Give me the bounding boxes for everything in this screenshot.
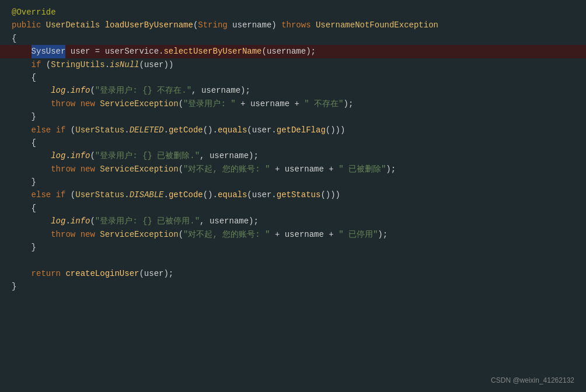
brace-close4: } xyxy=(12,280,16,293)
string1: "登录用户: {} 不存在." xyxy=(95,84,191,97)
class-userstatus2: UserStatus xyxy=(75,188,124,201)
brace-close1: } xyxy=(32,110,36,123)
dot8: . xyxy=(124,188,129,201)
keyword-else1: else xyxy=(32,124,56,136)
dot10: . xyxy=(271,188,276,201)
keyword-return: return xyxy=(32,267,66,280)
empty xyxy=(12,254,16,267)
brace-open4: { xyxy=(32,202,36,215)
paren14: ( xyxy=(179,163,183,176)
code-line-12: log.info("登录用户: {} 已被删除.", username); xyxy=(0,149,586,162)
arg-username: username xyxy=(267,45,306,58)
code-line-9: } xyxy=(0,110,586,123)
code-line-2: public UserDetails loadUserByUsername(St… xyxy=(0,19,586,32)
param-username: username xyxy=(232,19,271,32)
indent2 xyxy=(12,97,51,110)
indent xyxy=(12,110,32,123)
method-isnull: isNull xyxy=(110,58,139,71)
paren12: ())) xyxy=(326,124,346,136)
concat1: + username + xyxy=(236,97,305,110)
method-info1: info xyxy=(71,84,90,97)
paren18: ( xyxy=(247,188,252,201)
keyword-if2: if xyxy=(56,124,71,136)
indent xyxy=(12,45,32,58)
method-getcode2: getCode xyxy=(169,188,203,201)
method-loaduserbyusername: loadUserByUsername xyxy=(105,19,193,32)
indent2 xyxy=(12,228,51,241)
paren22: ); xyxy=(378,228,388,241)
code-line-7: log.info("登录用户: {} 不存在.", username); xyxy=(0,84,586,97)
paren6: ( xyxy=(90,84,95,97)
const-deleted: DELETED xyxy=(130,124,164,136)
paren17: (). xyxy=(203,188,218,201)
paren5: )) xyxy=(164,58,174,71)
indent xyxy=(12,267,32,280)
brace-open: { xyxy=(12,32,16,45)
code-line-10: else if (UserStatus.DELETED.getCode().eq… xyxy=(0,124,586,136)
dot4: . xyxy=(124,124,129,136)
paren24: ); xyxy=(163,267,173,280)
var-user: user = xyxy=(65,45,104,58)
indent xyxy=(12,202,32,215)
code-line-19: } xyxy=(0,241,586,254)
code-editor: @Override public UserDetails loadUserByU… xyxy=(0,0,586,392)
code-line-20 xyxy=(0,254,586,267)
dot5: . xyxy=(163,124,168,136)
brace-close3: } xyxy=(32,241,36,254)
dot6: . xyxy=(271,124,276,136)
keyword-throw2: throw xyxy=(51,163,80,176)
code-line-15: else if (UserStatus.DISABLE.getCode().eq… xyxy=(0,188,586,201)
paren21: ( xyxy=(179,228,183,241)
paren20: ( xyxy=(90,215,95,228)
keyword-new2: new xyxy=(81,163,100,176)
keyword-public: public xyxy=(12,19,46,32)
code-line-8: throw new ServiceException("登录用户: " + us… xyxy=(0,97,586,110)
class-userstatus1: UserStatus xyxy=(75,124,124,136)
class-serviceexception2: ServiceException xyxy=(100,163,178,176)
code-line-17: log.info("登录用户: {} 已被停用.", username); xyxy=(0,215,586,228)
watermark: CSDN @weixin_41262132 xyxy=(491,375,574,386)
concat2: + username + xyxy=(270,163,339,176)
paren2: ( xyxy=(262,45,267,58)
indent xyxy=(12,71,32,84)
const-disable: DISABLE xyxy=(130,188,164,201)
paren11: ( xyxy=(247,124,252,136)
method-getdelflag: getDelFlag xyxy=(277,124,326,136)
method-getcode1: getCode xyxy=(169,124,203,136)
keyword-new3: new xyxy=(81,228,100,241)
paren-close2: ); xyxy=(306,45,316,58)
dot9: . xyxy=(163,188,168,201)
paren19: ())) xyxy=(320,188,340,201)
method-equals1: equals xyxy=(218,124,247,136)
code-line-1: @Override xyxy=(0,6,586,19)
code-line-11: { xyxy=(0,136,586,149)
paren23: ( xyxy=(139,267,144,280)
string5: "对不起, 您的账号: " xyxy=(183,163,270,176)
code-line-16: { xyxy=(0,202,586,215)
method-selectuser: selectUserByUserName xyxy=(163,45,261,58)
log-ref2: log xyxy=(51,149,65,162)
code-line-22: } xyxy=(0,280,586,293)
method-info3: info xyxy=(71,215,90,228)
comma2: , username); xyxy=(200,149,259,162)
brace-close2: } xyxy=(32,176,36,188)
brace-open2: { xyxy=(32,71,36,84)
string2: "登录用户: " xyxy=(183,97,236,110)
paren15: ); xyxy=(386,163,396,176)
code-line-13: throw new ServiceException("对不起, 您的账号: "… xyxy=(0,163,586,176)
code-line-5: if (StringUtils.isNull(user)) xyxy=(0,58,586,71)
var-user5: user xyxy=(144,267,164,280)
method-createloginuser: createLoginUser xyxy=(65,267,139,280)
paren10: (). xyxy=(203,124,218,136)
string4: "登录用户: {} 已被删除." xyxy=(95,149,200,162)
paren13: ( xyxy=(90,149,95,162)
comma3: , username); xyxy=(200,215,259,228)
string6: " 已被删除" xyxy=(339,163,386,176)
service-ref: userService xyxy=(105,45,159,58)
code-line-6: { xyxy=(0,71,586,84)
concat3: + username + xyxy=(270,228,339,241)
dot1: . xyxy=(159,45,163,58)
code-line-14: } xyxy=(0,176,586,188)
var-user2: user xyxy=(144,58,164,71)
method-info2: info xyxy=(71,149,90,162)
